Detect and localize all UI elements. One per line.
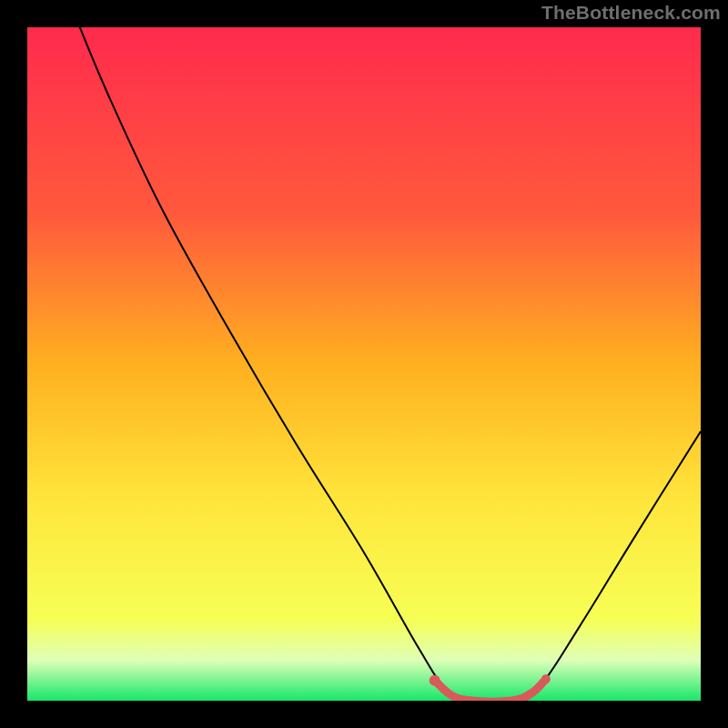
bottleneck-chart <box>27 27 701 701</box>
gradient-background <box>27 27 701 701</box>
range-marker <box>541 674 551 683</box>
chart-frame: TheBottleneck.com <box>0 0 728 728</box>
plot-area <box>27 27 701 701</box>
range-marker <box>430 675 440 686</box>
attribution-text: TheBottleneck.com <box>541 2 721 24</box>
